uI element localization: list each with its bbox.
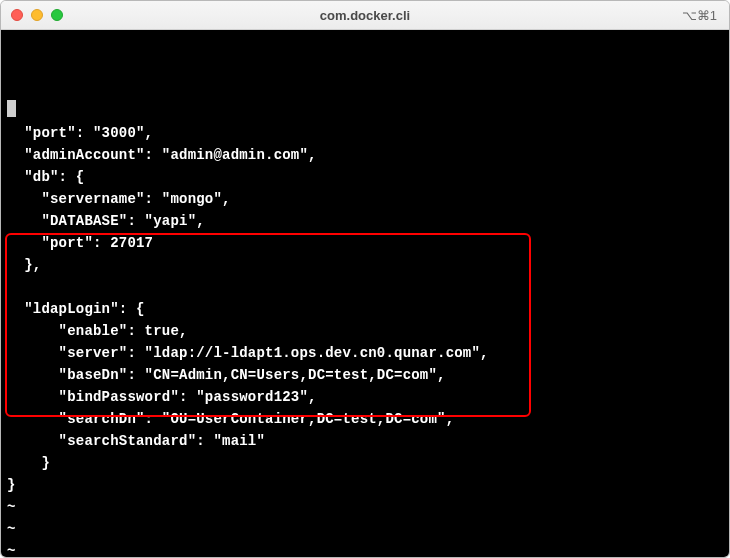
code-line: "searchDn": "OU=UserContainer,DC=test,DC… [7,411,454,427]
code-line: "bindPassword": "password123", [7,389,317,405]
code-line: } [7,477,16,493]
code-line: "adminAccount": "admin@admin.com", [7,147,317,163]
cursor-icon [7,100,16,117]
code-line: "servername": "mongo", [7,191,231,207]
code-line: "DATABASE": "yapi", [7,213,205,229]
code-line: "baseDn": "CN=Admin,CN=Users,DC=test,DC=… [7,367,446,383]
code-line: "ldapLogin": { [7,301,145,317]
code-line: "searchStandard": "mail" [7,433,265,449]
close-icon[interactable] [11,9,23,21]
code-line: "db": { [7,169,84,185]
minimize-icon[interactable] [31,9,43,21]
window-shortcut: ⌥⌘1 [682,8,717,23]
code-line: } [7,455,50,471]
code-line: "port": "3000", [7,125,153,141]
window-title: com.docker.cli [1,8,729,23]
terminal-window: com.docker.cli ⌥⌘1 "port": "3000", "admi… [0,0,730,558]
code-line: "port": 27017 [7,235,153,251]
titlebar: com.docker.cli ⌥⌘1 [1,1,729,30]
terminal-viewport[interactable]: "port": "3000", "adminAccount": "admin@a… [1,30,729,557]
empty-line-tilde: ~ [7,543,16,557]
empty-line-tilde: ~ [7,499,16,515]
editor-content: "port": "3000", "adminAccount": "admin@a… [7,78,723,557]
traffic-lights [1,9,63,21]
code-line: "enable": true, [7,323,188,339]
empty-line-tilde: ~ [7,521,16,537]
code-line: }, [7,257,41,273]
code-line: "server": "ldap://l-ldapt1.ops.dev.cn0.q… [7,345,489,361]
zoom-icon[interactable] [51,9,63,21]
